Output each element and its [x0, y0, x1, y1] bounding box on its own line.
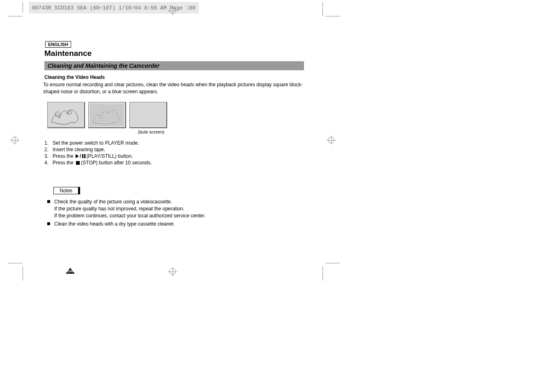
- section-subtitle: Cleaning and Maintaining the Camcorder: [44, 61, 304, 70]
- step-text: Insert the cleaning tape.: [53, 147, 105, 152]
- step-number: 2.: [44, 147, 53, 152]
- scribble-illustration: [48, 102, 84, 128]
- example-image-blue-screen: [129, 102, 167, 128]
- example-image-clear: [47, 102, 85, 128]
- page-number: 100: [66, 269, 74, 273]
- registration-mark: [168, 6, 177, 15]
- scribble-illustration: [89, 102, 125, 128]
- step-number: 1.: [44, 140, 53, 146]
- svg-point-0: [55, 112, 60, 117]
- image-caption: (bule screen): [29, 129, 164, 134]
- step-number: 4.: [44, 160, 53, 166]
- registration-mark: [327, 136, 336, 145]
- crop-mark: [325, 263, 340, 263]
- example-image-row: [47, 102, 316, 128]
- note-line: Check the quality of the picture using a…: [54, 198, 316, 205]
- step-number: 3.: [44, 153, 53, 159]
- step-item: 2.Insert the cleaning tape.: [44, 147, 316, 152]
- intro-paragraph: To ensure normal recording and clear pic…: [43, 81, 304, 95]
- page-content: ENGLISH Maintenance Cleaning and Maintai…: [29, 16, 316, 229]
- step-text: Press the /(PLAY/STILL) button.: [53, 153, 133, 159]
- crop-mark: [325, 16, 340, 16]
- crop-mark: [8, 16, 23, 16]
- play-still-icon: /: [76, 153, 85, 159]
- crop-mark: [23, 2, 23, 13]
- page-title: Maintenance: [44, 49, 316, 58]
- notes-list: Check the quality of the picture using a…: [46, 198, 316, 227]
- step-text: Press the (STOP) button after 10 seconds…: [53, 160, 152, 166]
- sub-heading: Cleaning the Video Heads: [44, 74, 316, 80]
- registration-mark: [10, 136, 19, 145]
- registration-mark: [168, 267, 177, 276]
- page-number-badge: 100: [66, 268, 75, 274]
- crop-mark: [8, 263, 23, 263]
- step-item: 1.Set the power switch to PLAYER mode.: [44, 140, 316, 146]
- note-line: If the problem continues, contact your l…: [54, 212, 316, 219]
- note-line: Clean the video heads with a dry type ca…: [54, 221, 316, 228]
- language-badge: ENGLISH: [45, 41, 71, 48]
- print-header-tag-arrow: [183, 2, 189, 14]
- step-text: Set the power switch to PLAYER mode.: [53, 140, 139, 146]
- note-line: If the picture quality has not improved,…: [54, 205, 316, 212]
- crop-mark: [322, 2, 323, 16]
- stop-icon: [76, 161, 80, 165]
- note-item: Clean the video heads with a dry type ca…: [46, 221, 316, 228]
- example-image-noise: [88, 102, 126, 128]
- note-item: Check the quality of the picture using a…: [46, 198, 316, 219]
- notes-heading: Notes: [53, 187, 80, 194]
- steps-list: 1.Set the power switch to PLAYER mode.2.…: [44, 140, 316, 166]
- crop-mark: [322, 266, 323, 281]
- crop-mark: [23, 266, 23, 281]
- step-item: 4.Press the (STOP) button after 10 secon…: [44, 160, 316, 166]
- step-item: 3.Press the /(PLAY/STILL) button.: [44, 153, 316, 159]
